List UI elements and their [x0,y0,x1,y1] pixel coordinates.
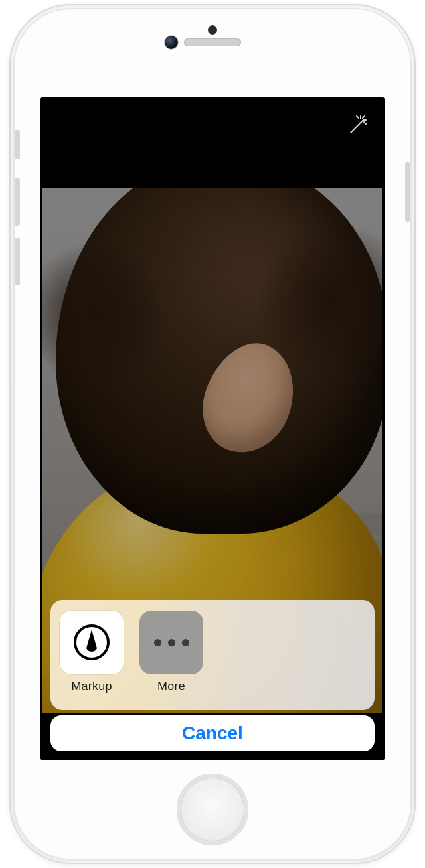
mute-switch [15,130,20,159]
home-button[interactable] [177,774,248,845]
iphone-frame: Markup More Cancel [9,4,416,864]
svg-line-2 [363,116,365,118]
power-button [405,162,410,222]
action-sheet-item-label: More [139,680,203,693]
earpiece-speaker [184,38,241,46]
editor-top-bar [42,100,382,188]
svg-line-5 [364,122,366,124]
proximity-sensor [208,25,217,35]
svg-line-0 [351,119,364,133]
more-icon [139,611,203,674]
cancel-button-label: Cancel [182,723,243,744]
volume-down-button [15,238,20,285]
action-sheet-item-label: Markup [60,680,124,693]
cancel-button[interactable]: Cancel [50,715,375,751]
front-camera [165,36,178,49]
action-sheet: Markup More [50,600,375,710]
volume-up-button [15,178,20,226]
markup-icon [60,611,124,674]
action-sheet-item-more[interactable]: More [139,611,203,693]
action-sheet-item-markup[interactable]: Markup [60,611,124,693]
svg-line-4 [357,116,359,118]
magic-wand-icon[interactable] [347,114,369,137]
screen: Markup More Cancel [40,97,385,760]
